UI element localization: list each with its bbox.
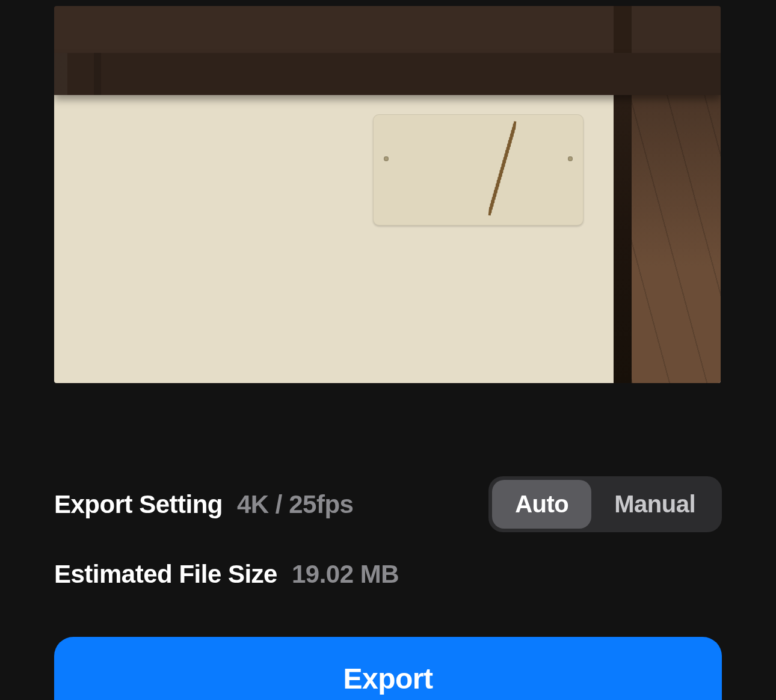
video-preview[interactable]	[54, 6, 721, 383]
export-setting-value: 4K / 25fps	[237, 490, 353, 519]
export-setting-label: Export Setting	[54, 490, 223, 519]
estimated-file-size-value: 19.02 MB	[292, 560, 399, 589]
mode-segmented-control: Auto Manual	[488, 476, 722, 532]
export-button[interactable]: Export	[54, 637, 722, 700]
estimated-file-size-label: Estimated File Size	[54, 560, 277, 589]
mode-manual-button[interactable]: Manual	[591, 480, 718, 529]
mode-auto-button[interactable]: Auto	[492, 480, 591, 529]
